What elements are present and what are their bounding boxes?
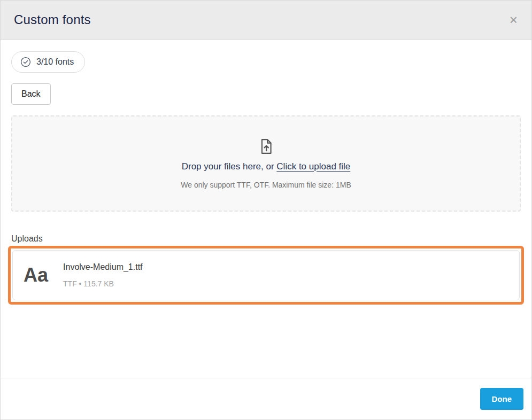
uploads-section-label: Uploads [11,234,521,244]
supported-formats-note: We only support TTF, OTF. Maximum file s… [181,181,351,189]
file-name: Involve-Medium_1.ttf [63,262,143,272]
fonts-count-badge: 3/10 fonts [11,51,85,73]
drop-prompt: Drop your files here, or Click to upload… [182,161,351,172]
highlight-annotation: Aa Involve-Medium_1.ttf TTF • 115.7 KB [8,246,524,305]
done-button[interactable]: Done [480,388,524,410]
back-button[interactable]: Back [11,83,51,105]
upload-file-icon [259,138,273,154]
modal-body: 3/10 fonts Back Drop your files here, or… [1,40,531,378]
file-meta: TTF • 115.7 KB [63,279,143,288]
modal-header: Custom fonts × [1,1,531,40]
font-preview-glyph: Aa [24,265,48,286]
back-row: Back [11,83,521,105]
file-info: Involve-Medium_1.ttf TTF • 115.7 KB [63,262,143,288]
file-dropzone[interactable]: Drop your files here, or Click to upload… [11,115,521,212]
modal-footer: Done [1,378,531,419]
close-button[interactable]: × [504,12,523,28]
drop-prompt-text: Drop your files here, or [182,161,277,172]
close-icon: × [510,12,518,28]
badge-row: 3/10 fonts [11,51,521,73]
page-title: Custom fonts [14,12,91,27]
uploaded-font-row[interactable]: Aa Involve-Medium_1.ttf TTF • 115.7 KB [12,250,520,300]
fonts-count-label: 3/10 fonts [36,57,74,67]
custom-fonts-modal: Custom fonts × 3/10 fonts Back [0,0,532,420]
upload-file-link[interactable]: Click to upload file [276,161,350,172]
check-circle-icon [20,57,31,67]
